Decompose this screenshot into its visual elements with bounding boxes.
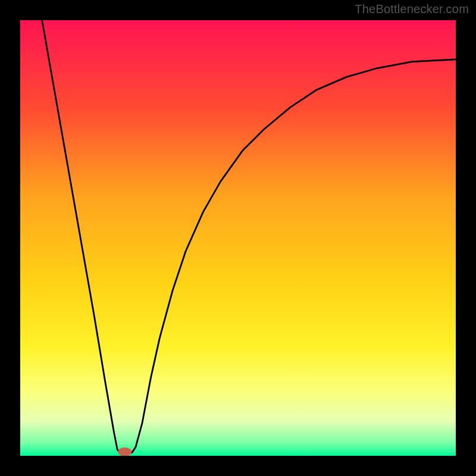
chart-background: [20, 20, 456, 456]
chart-frame: TheBottlenecker.com: [0, 0, 476, 476]
plot-area: [20, 20, 456, 456]
chart-svg: [20, 20, 456, 456]
watermark-text: TheBottlenecker.com: [355, 2, 469, 16]
